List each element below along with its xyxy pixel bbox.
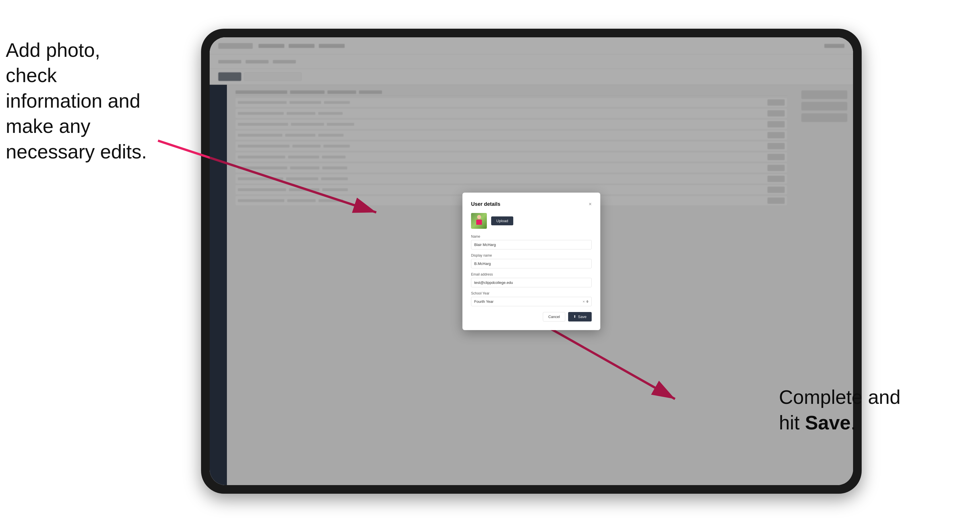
display-name-form-group: Display name <box>471 254 592 268</box>
expand-dropdown-button[interactable] <box>586 300 589 303</box>
modal-header: User details × <box>471 201 592 207</box>
person-body <box>476 220 482 225</box>
annotation-left-text: Add photo, check information and make an… <box>6 39 147 162</box>
photo-section: Upload <box>471 213 592 229</box>
save-icon: ⬆ <box>573 314 576 319</box>
name-input[interactable] <box>471 240 592 249</box>
save-label: Save <box>578 314 587 319</box>
upload-photo-button[interactable]: Upload <box>491 216 513 225</box>
school-year-label: School Year <box>471 291 592 295</box>
arrow-up-icon <box>586 300 589 302</box>
modal-title: User details <box>471 201 500 207</box>
name-form-group: Name <box>471 235 592 249</box>
modal-overlay: User details × <box>210 37 853 485</box>
tablet-frame: User details × <box>201 29 862 494</box>
user-photo-thumbnail <box>471 213 487 229</box>
cancel-button[interactable]: Cancel <box>543 312 565 321</box>
name-label: Name <box>471 235 592 238</box>
arrow-down-icon <box>586 302 589 303</box>
tablet-screen: User details × <box>210 37 853 485</box>
person-head <box>477 215 481 219</box>
school-year-form-group: School Year Fourth Year × <box>471 291 592 306</box>
photo-person-figure <box>475 215 484 227</box>
save-button[interactable]: ⬆ Save <box>568 312 592 321</box>
email-input[interactable] <box>471 278 592 287</box>
user-details-modal: User details × <box>463 193 600 330</box>
school-year-value: Fourth Year <box>474 299 493 304</box>
annotation-left: Add photo, check information and make an… <box>6 37 155 164</box>
photo-thumb-inner <box>471 213 487 229</box>
email-label: Email address <box>471 272 592 276</box>
display-name-label: Display name <box>471 254 592 257</box>
display-name-input[interactable] <box>471 259 592 268</box>
dropdown-controls: × <box>582 299 589 304</box>
clear-selection-button[interactable]: × <box>582 299 585 304</box>
school-year-dropdown[interactable]: Fourth Year × <box>471 297 592 306</box>
app-container: User details × <box>210 37 853 485</box>
modal-close-button[interactable]: × <box>589 202 592 207</box>
email-form-group: Email address <box>471 272 592 287</box>
modal-footer: Cancel ⬆ Save <box>471 312 592 321</box>
